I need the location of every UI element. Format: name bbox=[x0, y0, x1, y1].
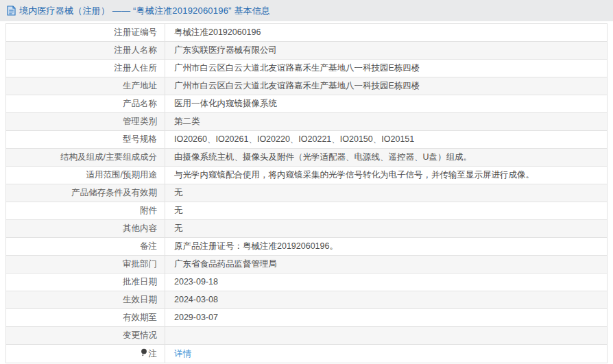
table-row: 批准日期 2023-09-18 bbox=[6, 274, 608, 291]
row-label-text: 注册人住所 bbox=[115, 63, 158, 73]
row-label: 注册证编号 bbox=[6, 24, 165, 42]
row-label-text: 适用范围/预期用途 bbox=[86, 170, 157, 180]
page-title: 境内医疗器械（注册） —— “粤械注准20192060196” 基本信息 bbox=[19, 5, 270, 17]
page-header: 境内医疗器械（注册） —— “粤械注准20192060196” 基本信息 bbox=[0, 0, 613, 21]
table-row: 附件 无 bbox=[6, 202, 608, 220]
row-label: 适用范围/预期用途 bbox=[6, 167, 165, 184]
row-value: 无 bbox=[165, 184, 608, 202]
row-label: 备注 bbox=[6, 238, 165, 256]
row-label-text: 型号规格 bbox=[123, 134, 157, 144]
registration-info-table: 注册证编号 粤械注准20192060196 注册人名称 广东实联医疗器械有限公司… bbox=[5, 23, 608, 363]
row-label: 生产地址 bbox=[6, 77, 165, 95]
document-icon bbox=[7, 5, 16, 16]
row-value: 广州市白云区白云大道北友谊路嘉禾生产基地八一科技园E栋四楼 bbox=[165, 60, 608, 77]
content-area: 注册证编号 粤械注准20192060196 注册人名称 广东实联医疗器械有限公司… bbox=[0, 21, 613, 363]
row-value: 第二类 bbox=[165, 113, 608, 131]
table-row: 审批部门 广东省食品药品监督管理局 bbox=[6, 256, 608, 274]
row-value: IO20260、IO20261、IO20220、IO20221、IO20150、… bbox=[165, 131, 608, 149]
table-row: 有效期至 2029-03-07 bbox=[6, 309, 608, 327]
table-row: 注册证编号 粤械注准20192060196 bbox=[6, 24, 608, 42]
table-row: 生产地址 广州市白云区白云大道北友谊路嘉禾生产基地八一科技园E栋四楼 bbox=[6, 77, 608, 95]
row-value: 详情 bbox=[165, 345, 608, 363]
row-label: 批准日期 bbox=[6, 274, 165, 291]
row-label-text: 审批部门 bbox=[123, 259, 157, 269]
row-label: 审批部门 bbox=[6, 256, 165, 274]
row-label: 结构及组成/主要组成成分 bbox=[6, 149, 165, 167]
table-row: 变更情况 bbox=[6, 327, 608, 345]
detail-link[interactable]: 详情 bbox=[174, 349, 191, 359]
row-label-text: 生产地址 bbox=[123, 81, 157, 90]
table-row: 结构及组成/主要组成成分 由摄像系统主机、摄像头及附件（光学适配器、电源线、遥控… bbox=[6, 149, 608, 167]
row-label: 管理类别 bbox=[6, 113, 165, 131]
row-label-text: 备注 bbox=[140, 241, 157, 251]
table-row: 注册人住所 广州市白云区白云大道北友谊路嘉禾生产基地八一科技园E栋四楼 bbox=[6, 60, 608, 77]
row-value: 广州市白云区白云大道北友谊路嘉禾生产基地八一科技园E栋四楼 bbox=[165, 77, 608, 95]
table-row: 产品名称 医用一体化内窥镜摄像系统 bbox=[6, 95, 608, 113]
row-value: 原产品注册证号：粤械注准20192060196。 bbox=[165, 238, 608, 256]
row-value: 医用一体化内窥镜摄像系统 bbox=[165, 95, 608, 113]
row-label: 注 bbox=[6, 345, 165, 363]
table-row: 注 详情 bbox=[6, 345, 608, 363]
table-row: 生效日期 2024-03-08 bbox=[6, 291, 608, 309]
row-label-text: 注 bbox=[149, 349, 158, 359]
table-row: 型号规格 IO20260、IO20261、IO20220、IO20221、IO2… bbox=[6, 131, 608, 149]
row-label: 型号规格 bbox=[6, 131, 165, 149]
row-label: 注册人名称 bbox=[6, 42, 165, 60]
table-row: 产品储存条件及有效期 无 bbox=[6, 184, 608, 202]
row-label-text: 生效日期 bbox=[123, 295, 157, 304]
table-row: 适用范围/预期用途 与光学内窥镜配合使用，将内窥镜采集的光学信号转化为电子信号，… bbox=[6, 167, 608, 184]
row-value: 广东实联医疗器械有限公司 bbox=[165, 42, 608, 60]
table-row: 管理类别 第二类 bbox=[6, 113, 608, 131]
row-value: 2024-03-08 bbox=[165, 291, 608, 309]
row-value: 2029-03-07 bbox=[165, 309, 608, 327]
table-row: 其他内容 无 bbox=[6, 220, 608, 238]
row-label-text: 产品储存条件及有效期 bbox=[71, 188, 157, 197]
row-label: 生效日期 bbox=[6, 291, 165, 309]
row-label: 附件 bbox=[6, 202, 165, 220]
row-label: 产品名称 bbox=[6, 95, 165, 113]
row-label-text: 注册人名称 bbox=[115, 45, 158, 55]
row-label: 有效期至 bbox=[6, 309, 165, 327]
row-label: 其他内容 bbox=[6, 220, 165, 238]
table-row: 注册人名称 广东实联医疗器械有限公司 bbox=[6, 42, 608, 60]
row-value: 粤械注准20192060196 bbox=[165, 24, 608, 42]
row-value: 与光学内窥镜配合使用，将内窥镜采集的光学信号转化为电子信号，并传输至显示屏进行成… bbox=[165, 167, 608, 184]
row-value: 广东省食品药品监督管理局 bbox=[165, 256, 608, 274]
row-value bbox=[165, 327, 608, 345]
row-label-text: 管理类别 bbox=[123, 117, 157, 126]
row-label-text: 其他内容 bbox=[123, 223, 157, 233]
row-label-text: 产品名称 bbox=[123, 99, 157, 108]
row-label-text: 变更情况 bbox=[123, 330, 157, 340]
row-label-text: 批准日期 bbox=[123, 277, 157, 287]
row-value: 无 bbox=[165, 220, 608, 238]
row-value: 无 bbox=[165, 202, 608, 220]
row-value: 由摄像系统主机、摄像头及附件（光学适配器、电源线、遥控器、U盘）组成。 bbox=[165, 149, 608, 167]
bulb-note-icon bbox=[141, 348, 147, 357]
row-value: 2023-09-18 bbox=[165, 274, 608, 291]
row-label-text: 有效期至 bbox=[123, 313, 157, 322]
row-label: 变更情况 bbox=[6, 327, 165, 345]
row-label-text: 结构及组成/主要组成成分 bbox=[60, 152, 157, 162]
row-label-text: 注册证编号 bbox=[115, 27, 158, 37]
row-label: 产品储存条件及有效期 bbox=[6, 184, 165, 202]
row-label: 注册人住所 bbox=[6, 60, 165, 77]
row-label-text: 附件 bbox=[140, 206, 157, 215]
table-row: 备注 原产品注册证号：粤械注准20192060196。 bbox=[6, 238, 608, 256]
